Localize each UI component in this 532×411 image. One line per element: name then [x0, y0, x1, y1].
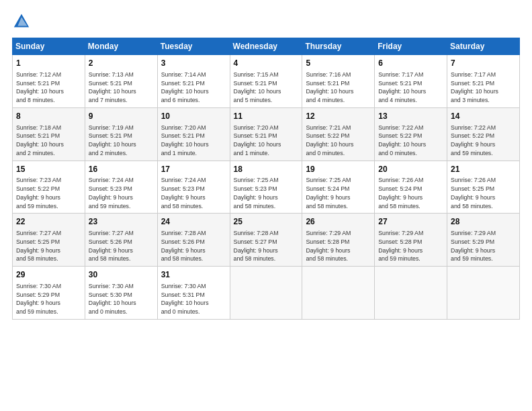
day-number: 2 — [89, 58, 154, 69]
day-info: Sunrise: 7:24 AMSunset: 5:23 PMDaylight:… — [161, 176, 226, 210]
day-info: Sunrise: 7:20 AMSunset: 5:21 PMDaylight:… — [234, 124, 299, 158]
day-info: Sunrise: 7:20 AMSunset: 5:21 PMDaylight:… — [161, 124, 226, 158]
weekday-header-thursday: Thursday — [302, 38, 375, 55]
day-cell: 26Sunrise: 7:29 AMSunset: 5:28 PMDayligh… — [302, 214, 375, 267]
day-number: 4 — [234, 58, 299, 69]
day-info: Sunrise: 7:27 AMSunset: 5:25 PMDaylight:… — [16, 229, 81, 263]
day-info: Sunrise: 7:29 AMSunset: 5:28 PMDaylight:… — [306, 229, 371, 263]
day-cell: 22Sunrise: 7:27 AMSunset: 5:25 PMDayligh… — [13, 214, 85, 267]
day-cell — [302, 267, 375, 320]
day-info: Sunrise: 7:25 AMSunset: 5:24 PMDaylight:… — [306, 176, 371, 210]
calendar-table: SundayMondayTuesdayWednesdayThursdayFrid… — [12, 38, 520, 320]
day-number: 13 — [378, 111, 443, 122]
day-info: Sunrise: 7:29 AMSunset: 5:29 PMDaylight:… — [451, 229, 516, 263]
day-number: 31 — [161, 269, 226, 281]
day-info: Sunrise: 7:13 AMSunset: 5:21 PMDaylight:… — [89, 71, 154, 105]
day-cell: 6Sunrise: 7:17 AMSunset: 5:21 PMDaylight… — [375, 55, 447, 108]
day-cell: 4Sunrise: 7:15 AMSunset: 5:21 PMDaylight… — [230, 55, 302, 108]
day-info: Sunrise: 7:30 AMSunset: 5:30 PMDaylight:… — [89, 282, 154, 316]
day-number: 12 — [306, 111, 371, 122]
day-number: 25 — [234, 216, 299, 228]
day-number: 1 — [16, 58, 81, 69]
week-row-1: 1Sunrise: 7:12 AMSunset: 5:21 PMDaylight… — [13, 55, 520, 108]
day-number: 18 — [234, 164, 299, 175]
weekday-header-friday: Friday — [375, 38, 447, 55]
logo-icon — [12, 12, 31, 31]
day-cell: 19Sunrise: 7:25 AMSunset: 5:24 PMDayligh… — [302, 161, 375, 214]
day-info: Sunrise: 7:17 AMSunset: 5:21 PMDaylight:… — [451, 71, 516, 105]
day-cell: 16Sunrise: 7:24 AMSunset: 5:23 PMDayligh… — [85, 161, 157, 214]
day-info: Sunrise: 7:22 AMSunset: 5:22 PMDaylight:… — [451, 124, 516, 158]
day-number: 15 — [16, 164, 81, 175]
day-cell: 10Sunrise: 7:20 AMSunset: 5:21 PMDayligh… — [157, 107, 230, 161]
day-info: Sunrise: 7:24 AMSunset: 5:23 PMDaylight:… — [89, 176, 154, 210]
weekday-header-tuesday: Tuesday — [157, 38, 230, 55]
day-cell: 17Sunrise: 7:24 AMSunset: 5:23 PMDayligh… — [157, 161, 230, 214]
day-info: Sunrise: 7:23 AMSunset: 5:22 PMDaylight:… — [16, 176, 81, 210]
day-info: Sunrise: 7:29 AMSunset: 5:28 PMDaylight:… — [378, 229, 443, 263]
day-cell: 23Sunrise: 7:27 AMSunset: 5:26 PMDayligh… — [85, 214, 157, 267]
day-number: 26 — [306, 216, 371, 228]
day-cell: 31Sunrise: 7:30 AMSunset: 5:31 PMDayligh… — [157, 267, 230, 320]
day-number: 16 — [89, 164, 154, 175]
day-cell — [447, 267, 520, 320]
day-info: Sunrise: 7:19 AMSunset: 5:21 PMDaylight:… — [89, 124, 154, 158]
day-cell: 21Sunrise: 7:26 AMSunset: 5:25 PMDayligh… — [447, 161, 520, 214]
day-cell: 13Sunrise: 7:22 AMSunset: 5:22 PMDayligh… — [375, 107, 447, 161]
week-row-5: 29Sunrise: 7:30 AMSunset: 5:29 PMDayligh… — [13, 267, 520, 320]
day-info: Sunrise: 7:30 AMSunset: 5:31 PMDaylight:… — [161, 282, 226, 316]
day-cell: 14Sunrise: 7:22 AMSunset: 5:22 PMDayligh… — [447, 107, 520, 161]
day-number: 21 — [451, 164, 516, 175]
day-number: 9 — [89, 111, 154, 122]
day-info: Sunrise: 7:12 AMSunset: 5:21 PMDaylight:… — [16, 71, 81, 105]
day-cell: 18Sunrise: 7:25 AMSunset: 5:23 PMDayligh… — [230, 161, 302, 214]
day-number: 22 — [16, 216, 81, 228]
day-cell: 29Sunrise: 7:30 AMSunset: 5:29 PMDayligh… — [13, 267, 85, 320]
week-row-2: 8Sunrise: 7:18 AMSunset: 5:21 PMDaylight… — [13, 107, 520, 161]
header — [12, 12, 520, 31]
day-cell: 7Sunrise: 7:17 AMSunset: 5:21 PMDaylight… — [447, 55, 520, 108]
day-info: Sunrise: 7:27 AMSunset: 5:26 PMDaylight:… — [89, 229, 154, 263]
week-row-3: 15Sunrise: 7:23 AMSunset: 5:22 PMDayligh… — [13, 161, 520, 214]
day-info: Sunrise: 7:17 AMSunset: 5:21 PMDaylight:… — [378, 71, 443, 105]
weekday-header-sunday: Sunday — [13, 38, 85, 55]
day-info: Sunrise: 7:26 AMSunset: 5:25 PMDaylight:… — [451, 176, 516, 210]
day-info: Sunrise: 7:30 AMSunset: 5:29 PMDaylight:… — [16, 282, 81, 316]
day-info: Sunrise: 7:22 AMSunset: 5:22 PMDaylight:… — [378, 124, 443, 158]
day-cell: 27Sunrise: 7:29 AMSunset: 5:28 PMDayligh… — [375, 214, 447, 267]
day-cell: 25Sunrise: 7:28 AMSunset: 5:27 PMDayligh… — [230, 214, 302, 267]
day-info: Sunrise: 7:21 AMSunset: 5:22 PMDaylight:… — [306, 124, 371, 158]
day-info: Sunrise: 7:14 AMSunset: 5:21 PMDaylight:… — [161, 71, 226, 105]
day-number: 27 — [378, 216, 443, 228]
weekday-header-saturday: Saturday — [447, 38, 520, 55]
day-number: 7 — [451, 58, 516, 69]
week-row-4: 22Sunrise: 7:27 AMSunset: 5:25 PMDayligh… — [13, 214, 520, 267]
day-cell: 5Sunrise: 7:16 AMSunset: 5:21 PMDaylight… — [302, 55, 375, 108]
day-cell — [375, 267, 447, 320]
day-info: Sunrise: 7:25 AMSunset: 5:23 PMDaylight:… — [234, 176, 299, 210]
day-number: 19 — [306, 164, 371, 175]
day-cell: 28Sunrise: 7:29 AMSunset: 5:29 PMDayligh… — [447, 214, 520, 267]
day-info: Sunrise: 7:18 AMSunset: 5:21 PMDaylight:… — [16, 124, 81, 158]
weekday-header-wednesday: Wednesday — [230, 38, 302, 55]
day-number: 5 — [306, 58, 371, 69]
day-number: 17 — [161, 164, 226, 175]
day-number: 29 — [16, 269, 81, 281]
day-cell: 1Sunrise: 7:12 AMSunset: 5:21 PMDaylight… — [13, 55, 85, 108]
page: SundayMondayTuesdayWednesdayThursdayFrid… — [0, 0, 532, 328]
day-cell: 11Sunrise: 7:20 AMSunset: 5:21 PMDayligh… — [230, 107, 302, 161]
day-cell: 12Sunrise: 7:21 AMSunset: 5:22 PMDayligh… — [302, 107, 375, 161]
day-number: 30 — [89, 269, 154, 281]
day-cell: 8Sunrise: 7:18 AMSunset: 5:21 PMDaylight… — [13, 107, 85, 161]
day-cell: 24Sunrise: 7:28 AMSunset: 5:26 PMDayligh… — [157, 214, 230, 267]
day-number: 14 — [451, 111, 516, 122]
day-number: 3 — [161, 58, 226, 69]
logo — [12, 12, 35, 31]
day-number: 23 — [89, 216, 154, 228]
day-number: 6 — [378, 58, 443, 69]
day-number: 28 — [451, 216, 516, 228]
day-cell: 2Sunrise: 7:13 AMSunset: 5:21 PMDaylight… — [85, 55, 157, 108]
day-cell: 9Sunrise: 7:19 AMSunset: 5:21 PMDaylight… — [85, 107, 157, 161]
day-info: Sunrise: 7:16 AMSunset: 5:21 PMDaylight:… — [306, 71, 371, 105]
day-cell: 3Sunrise: 7:14 AMSunset: 5:21 PMDaylight… — [157, 55, 230, 108]
